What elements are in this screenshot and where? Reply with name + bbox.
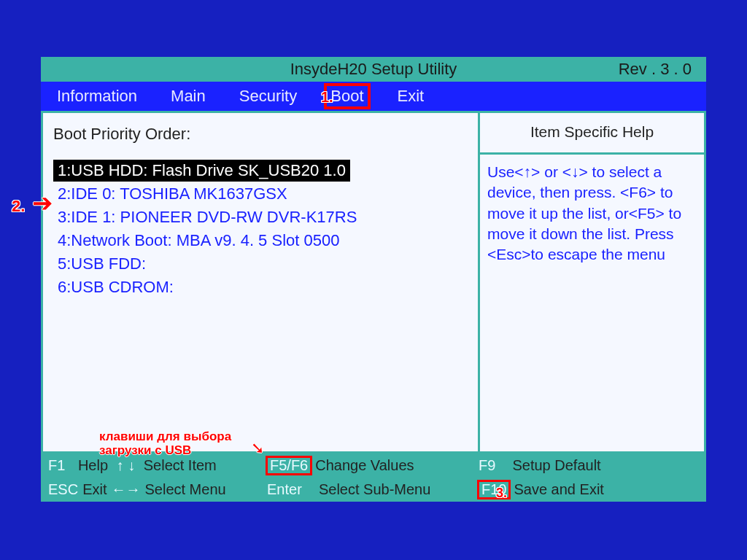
help-panel: Item Specific Help Use<↑> or <↓> to sele… — [480, 113, 706, 454]
caption-arrow-icon: ➘ — [251, 439, 264, 458]
label-select-item: Select Item — [144, 457, 217, 474]
annotation-caption: клавиши для выбора загрузки с USB — [99, 430, 231, 457]
caption-line2: загрузки с USB — [99, 443, 191, 457]
menu-bar: Information Main Security Boot Exit — [41, 82, 706, 111]
footer-change-values: F5/F6 Change Values — [267, 457, 479, 474]
footer-setup-default: F9 Setup Default — [479, 457, 712, 474]
updown-arrows-icon: ↑ ↓ — [112, 457, 139, 474]
tab-exit[interactable]: Exit — [393, 85, 429, 107]
main-panel: Boot Priority Order: 1:USB HDD: Flash Dr… — [41, 113, 480, 454]
key-enter: Enter — [267, 481, 302, 498]
boot-item-4[interactable]: 4:Network Boot: MBA v9. 4. 5 Slot 0500 — [53, 230, 468, 252]
leftright-arrows-icon: ←→ — [111, 481, 140, 498]
boot-priority-title: Boot Priority Order: — [53, 125, 468, 144]
annotation-3: 3. — [496, 486, 507, 501]
help-text: Use<↑> or <↓> to select a device, then p… — [480, 155, 704, 273]
annotation-1: 1. — [321, 89, 333, 106]
tab-information[interactable]: Information — [53, 85, 142, 107]
boot-item-2[interactable]: 2:IDE 0: TOSHIBA MK1637GSX — [53, 183, 468, 205]
footer-exit: ESC Exit ←→ Select Menu — [48, 481, 267, 498]
content-area: Boot Priority Order: 1:USB HDD: Flash Dr… — [41, 111, 706, 454]
key-esc: ESC — [48, 481, 78, 498]
label-save-exit: Save and Exit — [514, 481, 603, 498]
footer-select-sub: Enter Select Sub-Menu — [267, 481, 479, 498]
label-select-sub: Select Sub-Menu — [319, 481, 430, 498]
boot-item-3[interactable]: 3:IDE 1: PIONEER DVD-RW DVR-K17RS — [53, 206, 468, 228]
boot-item-5[interactable]: 5:USB FDD: — [53, 253, 468, 275]
label-select-menu: Select Menu — [144, 481, 225, 498]
annotation-2: 2. — [12, 197, 25, 216]
help-title: Item Specific Help — [480, 113, 704, 155]
bios-title: InsydeH20 Setup Utility — [290, 60, 457, 79]
tab-main[interactable]: Main — [166, 85, 210, 107]
footer-help: F1 Help ↑ ↓ Select Item — [48, 457, 267, 474]
footer-save-exit: F10 Save and Exit — [479, 481, 712, 498]
boot-item-1[interactable]: 1:USB HDD: Flash Drive SK_USB20 1.0 — [53, 160, 350, 182]
label-exit: Exit — [82, 481, 107, 498]
title-bar: InsydeH20 Setup Utility Rev . 3 . 0 — [41, 57, 706, 82]
arrow-right-icon: ➔ — [32, 188, 53, 217]
key-f1: F1 — [48, 457, 65, 474]
key-f5f6: F5/F6 — [267, 457, 311, 474]
label-change-values: Change Values — [315, 457, 414, 474]
boot-item-6[interactable]: 6:USB CDROM: — [53, 276, 468, 298]
footer-bar: F1 Help ↑ ↓ Select Item F5/F6 Change Val… — [41, 454, 706, 502]
label-setup-default: Setup Default — [512, 457, 600, 474]
caption-line1: клавиши для выбора — [99, 429, 231, 443]
key-f9: F9 — [479, 457, 495, 474]
tab-security[interactable]: Security — [235, 85, 301, 107]
bios-revision: Rev . 3 . 0 — [619, 60, 692, 79]
label-help: Help — [78, 457, 108, 474]
